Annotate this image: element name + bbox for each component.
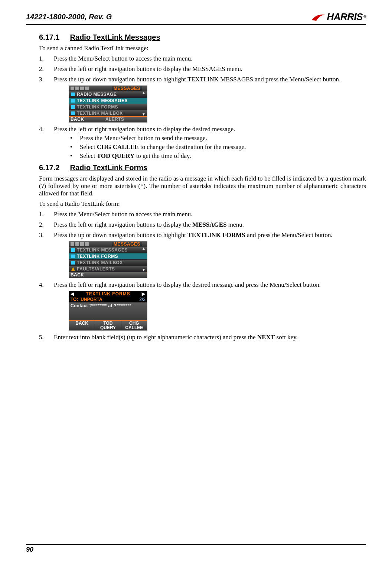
heading-6-17-1: 6.17.1 Radio TextLink Messages	[39, 33, 366, 42]
softkey-back[interactable]: BACK	[69, 321, 95, 330]
to-label: TO:	[71, 297, 78, 302]
chevron-left-icon[interactable]: ◀	[71, 292, 74, 296]
page-number: 90	[26, 544, 366, 554]
heading-title: Radio TextLink Messages	[70, 33, 160, 41]
step-2: Press the left or right navigation butto…	[39, 65, 366, 73]
softkey-bar: BACK ALERTS	[69, 116, 147, 122]
bullet-3: Select TOD QUERY to get the time of day.	[69, 152, 366, 160]
menu-item-textlink-mailbox[interactable]: TEXTLINK MAILBOX	[69, 259, 147, 266]
mailbox-icon	[71, 111, 75, 115]
radio-screen-forms-menu: MESSAGES TEXTLINK MESSAGES TEXTLINK FORM…	[69, 241, 147, 278]
message-icon	[71, 248, 75, 252]
chevron-down-icon: ▼	[141, 268, 146, 272]
logo-swoosh-icon	[311, 13, 326, 22]
sub-bullets: Press the Menu/Select button to send the…	[69, 134, 366, 160]
chevron-down-icon: ▼	[141, 113, 146, 116]
menu-item-textlink-forms[interactable]: TEXTLINK FORMS	[69, 253, 147, 259]
step-5: Enter text into blank field(s) (up to ei…	[39, 334, 366, 341]
screen-title: MESSAGES	[112, 86, 142, 91]
menu-item-radio-message[interactable]: RADIO MESSAGE	[69, 91, 147, 97]
softkey-tod-query[interactable]: TOD QUERY	[95, 321, 121, 330]
menu-list: TEXTLINK MESSAGES TEXTLINK FORMS TEXTLIN…	[69, 247, 147, 272]
gear-icon	[85, 242, 89, 246]
step-3: Press the up or down navigation buttons …	[39, 231, 366, 278]
form-body[interactable]: Contact ?******** at ?********	[69, 302, 147, 320]
signal-icon	[71, 87, 74, 90]
gear-icon	[85, 87, 89, 90]
procedure-list-2: Press the Menu/Select button to access t…	[39, 211, 366, 341]
softkey-bar: BACK	[69, 272, 147, 278]
step-3: Press the up or down navigation buttons …	[39, 76, 366, 123]
bullet-1: Press the Menu/Select button to send the…	[69, 134, 366, 142]
chevron-right-icon[interactable]: ▶	[142, 292, 146, 296]
radio-screen-form-entry: ◀ TEXTLINK FORMS ▶ TO: UNPORTA 2/2 Conta…	[69, 291, 147, 331]
lock-icon	[75, 87, 79, 90]
mailbox-icon	[71, 261, 75, 265]
procedure-list-1: Press the Menu/Select button to access t…	[39, 55, 366, 160]
chevron-up-icon: ▲	[141, 91, 146, 95]
warning-icon	[71, 267, 75, 271]
page-indicator: 2/2	[139, 297, 146, 302]
intro-text: To send a canned Radio TextLink message:	[39, 45, 366, 52]
step-1: Press the Menu/Select button to access t…	[39, 211, 366, 218]
menu-item-alerts: ALERTS	[105, 117, 124, 121]
heading-6-17-2: 6.17.2 Radio TextLink Forms	[39, 163, 366, 172]
doc-number: 14221-1800-2000, Rev. G	[26, 13, 112, 21]
brand-text: HARRIS	[327, 11, 363, 23]
softkey-bar: BACK TOD QUERY CHG CALLEE	[69, 320, 147, 330]
battery-icon	[80, 242, 84, 246]
step-1: Press the Menu/Select button to access t…	[39, 55, 366, 62]
screen-title: MESSAGES	[112, 242, 142, 246]
radio-screen-messages: MESSAGES RADIO MESSAGE TEXTLINK MESSAGES…	[69, 85, 147, 123]
form-icon	[71, 254, 75, 258]
menu-item-textlink-forms[interactable]: TEXTLINK FORMS	[69, 104, 147, 110]
message-icon	[71, 99, 75, 103]
softkey-back[interactable]: BACK	[71, 273, 84, 277]
forms-intro: To send a Radio TextLink form:	[39, 200, 366, 208]
softkey-chg-callee[interactable]: CHG CALLEE	[121, 321, 147, 330]
scroll-indicator: ▲▼	[141, 247, 146, 272]
menu-item-textlink-messages[interactable]: TEXTLINK MESSAGES	[69, 247, 147, 253]
menu-list: RADIO MESSAGE TEXTLINK MESSAGES TEXTLINK…	[69, 91, 147, 116]
form-icon	[71, 105, 75, 109]
heading-number: 6.17.2	[39, 163, 68, 172]
page-content: 6.17.1 Radio TextLink Messages To send a…	[26, 33, 366, 341]
lock-icon	[75, 242, 79, 246]
heading-number: 6.17.1	[39, 33, 68, 42]
scroll-indicator: ▲▼	[141, 91, 146, 116]
step-4: Press the left or right navigation butto…	[39, 281, 366, 331]
chevron-up-icon: ▲	[141, 247, 146, 250]
menu-item-textlink-mailbox[interactable]: TEXTLINK MAILBOX	[69, 110, 147, 116]
brand-logo: HARRIS®	[311, 11, 366, 23]
heading-title: Radio TextLink Forms	[70, 163, 148, 172]
form-title: TEXTLINK FORMS	[86, 291, 130, 296]
menu-item-textlink-messages[interactable]: TEXTLINK MESSAGES	[69, 97, 147, 104]
forms-paragraph: Form messages are displayed and stored i…	[39, 175, 366, 197]
to-row: TO: UNPORTA 2/2	[69, 296, 147, 302]
battery-icon	[80, 87, 84, 90]
bullet-2: Select CHG CALLEE to change the destinat…	[69, 143, 366, 151]
step-4: Press the left or right navigation butto…	[39, 126, 366, 160]
status-bar: MESSAGES	[69, 86, 147, 91]
form-header: ◀ TEXTLINK FORMS ▶	[69, 291, 147, 296]
menu-item-faults-alerts[interactable]: FAULTS/ALERTS	[69, 266, 147, 272]
step-2: Press the left or right navigation butto…	[39, 221, 366, 228]
message-icon	[71, 93, 75, 96]
status-bar: MESSAGES	[69, 241, 147, 247]
signal-icon	[71, 242, 74, 246]
to-value: UNPORTA	[81, 297, 102, 302]
page-header: 14221-1800-2000, Rev. G HARRIS®	[26, 11, 366, 25]
softkey-back[interactable]: BACK	[71, 117, 84, 121]
